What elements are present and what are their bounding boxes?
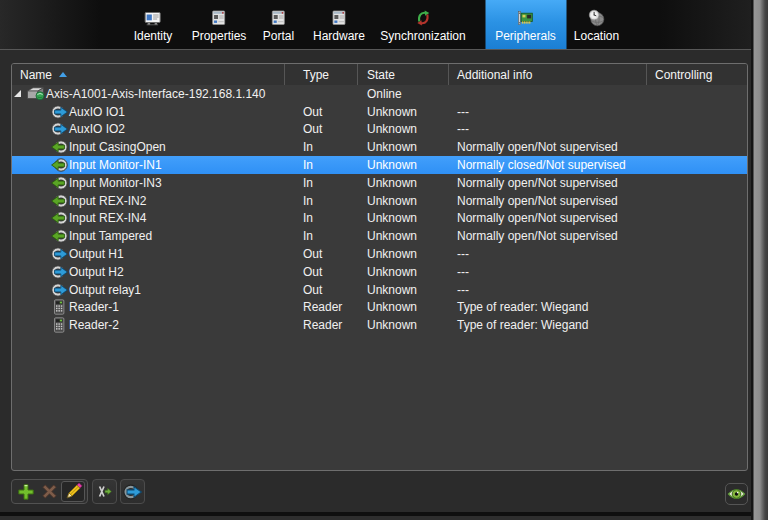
column-header-label: Controlling [655,68,712,82]
state-cell: Unknown [358,281,449,299]
reader-icon [49,317,69,333]
cell-text: Unknown [367,176,417,190]
additional-info-cell: Normally open/Not supervised [449,174,647,192]
tab-portal[interactable]: Portal [263,0,294,49]
type-cell: In [285,138,358,156]
delete-button[interactable] [38,481,62,502]
cell-text: Unknown [367,211,417,225]
tab-properties[interactable]: Properties [192,0,247,49]
assign-button[interactable] [92,479,117,504]
additional-info-cell: --- [449,263,647,281]
column-header-label: Type [303,68,329,82]
tab-peripherals[interactable]: Peripherals [485,0,566,49]
state-cell: Unknown [358,299,449,317]
cell-text: Type of reader: Wiegand [457,318,588,332]
state-cell: Unknown [358,316,449,334]
properties-icon [210,9,228,27]
toolbar [0,478,751,508]
cell-text: Unknown [367,158,417,172]
tab-location[interactable]: Location [574,0,619,49]
state-cell: Unknown [358,103,449,121]
cell-text: Unknown [367,122,417,136]
out-icon [49,264,69,280]
controlling-cell [647,227,737,245]
type-cell: In [285,192,358,210]
controlling-cell [647,121,737,139]
table-row[interactable]: Input TamperedInUnknownNormally open/Not… [12,227,747,245]
cell-text: Unknown [367,283,417,297]
type-cell: Out [285,281,358,299]
show-button[interactable] [725,483,748,505]
state-cell: Unknown [358,210,449,228]
io-button[interactable] [120,479,145,504]
column-header-name[interactable]: Name [12,64,285,85]
cell-text: Normally open/Not supervised [457,211,618,225]
table-row[interactable]: Input REX-IN2InUnknownNormally open/Not … [12,192,747,210]
additional-info-cell: Normally open/Not supervised [449,138,647,156]
column-header-label: Name [20,68,52,82]
name-cell: Input Tampered [12,227,285,245]
cell-text: Out [303,105,322,119]
table-row[interactable]: Input CasingOpenInUnknownNormally open/N… [12,138,747,156]
table-row[interactable]: Output H2OutUnknown--- [12,263,747,281]
state-cell: Unknown [358,245,449,263]
table-body: Axis-A1001-Axis-Interface-192.168.1.140O… [12,85,747,334]
column-header-controlling[interactable]: Controlling [647,64,737,85]
tab-hardware[interactable]: Hardware [313,0,365,49]
cell-text: Online [367,87,402,101]
item-name: Input CasingOpen [69,140,166,154]
in-icon [49,193,69,209]
cell-text: Unknown [367,140,417,154]
out-icon [49,282,69,298]
controlling-cell [647,85,737,103]
controlling-cell [647,263,737,281]
peripherals-icon [517,9,535,27]
cell-text: Unknown [367,194,417,208]
column-header-state[interactable]: State [358,64,449,85]
table-row[interactable]: Input REX-IN4InUnknownNormally open/Not … [12,210,747,228]
cell-text: --- [457,122,469,136]
cell-text: Unknown [367,265,417,279]
table-row[interactable]: Axis-A1001-Axis-Interface-192.168.1.140O… [12,85,747,103]
additional-info-cell: Type of reader: Wiegand [449,316,647,334]
name-cell: AuxIO IO2 [12,121,285,139]
table-row[interactable]: Output relay1OutUnknown--- [12,281,747,299]
controlling-cell [647,156,737,174]
item-name: Input Monitor-IN1 [69,158,162,172]
expand-collapse-icon[interactable] [14,90,21,97]
name-cell: Input REX-IN2 [12,192,285,210]
item-name: Output relay1 [69,283,141,297]
additional-info-cell: Normally open/Not supervised [449,192,647,210]
table-row[interactable]: Reader-2ReaderUnknownType of reader: Wie… [12,316,747,334]
column-header-type[interactable]: Type [285,64,358,85]
table-row[interactable]: AuxIO IO2OutUnknown--- [12,121,747,139]
table-row[interactable]: AuxIO IO1OutUnknown--- [12,103,747,121]
edit-button[interactable] [61,481,85,502]
table-row[interactable]: Reader-1ReaderUnknownType of reader: Wie… [12,299,747,317]
column-header-additional-info[interactable]: Additional info [449,64,647,85]
table-row[interactable]: Input Monitor-IN3InUnknownNormally open/… [12,174,747,192]
add-button[interactable] [14,481,38,502]
table-row[interactable]: Output H1OutUnknown--- [12,245,747,263]
table-row[interactable]: Input Monitor-IN1InUnknownNormally close… [12,156,747,174]
state-cell: Online [358,85,449,103]
controlling-cell [647,281,737,299]
reader-icon [49,299,69,315]
name-cell: Reader-1 [12,299,285,317]
out-icon [49,121,69,137]
additional-info-cell: --- [449,245,647,263]
type-cell [285,85,358,103]
cell-text: In [303,194,313,208]
controlling-cell [647,299,737,317]
name-cell: Output H1 [12,245,285,263]
tab-synchronization[interactable]: Synchronization [380,0,465,49]
window-right-edge [751,0,768,520]
tab-identity[interactable]: Identity [134,0,173,49]
additional-info-cell: --- [449,121,647,139]
location-icon [588,9,606,27]
state-cell: Unknown [358,138,449,156]
name-cell: Axis-A1001-Axis-Interface-192.168.1.140 [12,85,285,103]
name-cell: AuxIO IO1 [12,103,285,121]
name-cell: Output H2 [12,263,285,281]
tab-label: Portal [263,29,294,43]
